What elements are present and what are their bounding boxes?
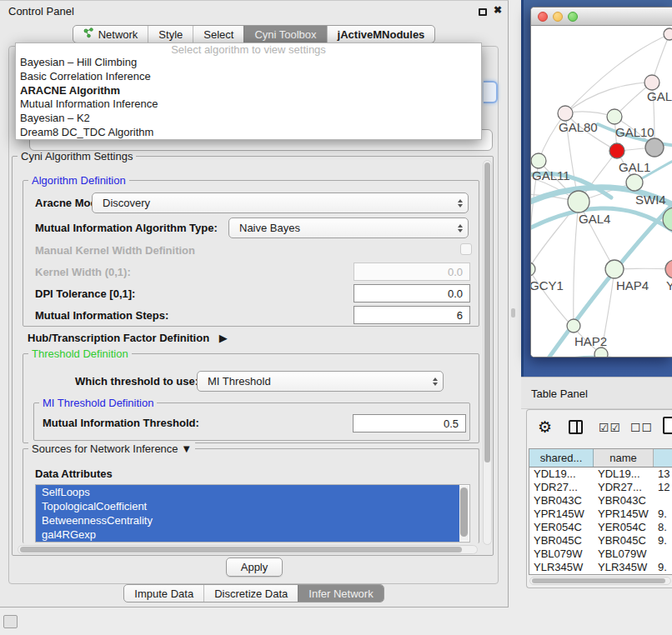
column-header-cut[interactable] bbox=[654, 449, 672, 467]
data-attributes-items: SelfLoopsTopologicalCoefficientBetweenne… bbox=[36, 485, 469, 542]
close-traffic-light[interactable] bbox=[538, 12, 548, 22]
mi-steps-field[interactable]: 6 bbox=[354, 306, 470, 324]
column-header-name[interactable]: name bbox=[594, 449, 654, 467]
which-threshold-select[interactable]: MI Threshold bbox=[197, 371, 444, 392]
network-node-label: GAL80 bbox=[559, 120, 598, 134]
table-cell: YER054C bbox=[594, 521, 654, 534]
zoom-traffic-light[interactable] bbox=[568, 12, 578, 22]
algorithm-popup-placeholder: Select algorithm to view settings bbox=[16, 43, 481, 56]
network-node[interactable] bbox=[605, 260, 624, 278]
table-horizontal-scrollbar[interactable] bbox=[529, 577, 671, 585]
data-attribute-item[interactable]: BetweennessCentrality bbox=[36, 513, 459, 528]
deselect-checks-icon[interactable]: ☐☐ bbox=[630, 421, 653, 434]
apply-button[interactable]: Apply bbox=[226, 558, 283, 577]
table-row[interactable]: YDL19...YDL19...13 bbox=[529, 468, 672, 481]
tab-jactivemnodules[interactable]: jActiveMNodules bbox=[327, 26, 435, 42]
split-columns-icon[interactable] bbox=[569, 420, 583, 434]
table-cell bbox=[654, 494, 672, 508]
table-cell: 9 bbox=[654, 574, 672, 575]
table-row[interactable]: YER054CYER054C8. bbox=[529, 521, 672, 534]
settings-vertical-scrollbar[interactable] bbox=[483, 160, 492, 545]
dpi-tolerance-field[interactable]: 0.0 bbox=[354, 284, 470, 302]
data-attribute-item[interactable]: TopologicalCoefficient bbox=[36, 499, 459, 513]
new-table-icon[interactable] bbox=[663, 417, 672, 434]
algorithm-option[interactable]: ARACNE Algorithm bbox=[16, 84, 481, 98]
network-node[interactable] bbox=[665, 260, 672, 278]
disclosure-down-icon[interactable]: ▼ bbox=[181, 442, 192, 455]
algorithm-definition-legend: Algorithm Definition bbox=[28, 174, 129, 187]
network-node[interactable] bbox=[607, 109, 622, 124]
algorithm-option[interactable]: Bayesian – Hill Climbing bbox=[16, 56, 481, 70]
data-attribute-item[interactable]: SelfLoops bbox=[36, 485, 459, 499]
network-view-window: GALGAL80GAL10GAL1GAL11SWI4GAL4GCY1HAP4YH… bbox=[530, 7, 672, 358]
cyni-settings-legend: Cyni Algorithm Settings bbox=[18, 150, 136, 162]
table-row[interactable]: YIL052CYIL052C9 bbox=[529, 574, 672, 575]
mi-threshold-group: MI Threshold Definition Mutual Informati… bbox=[33, 402, 470, 441]
table-cell: 12 bbox=[654, 481, 672, 494]
minimize-traffic-light[interactable] bbox=[553, 12, 563, 22]
network-node[interactable] bbox=[644, 75, 659, 90]
table-cell: 8. bbox=[654, 521, 672, 534]
mi-threshold-field[interactable]: 0.5 bbox=[353, 414, 466, 432]
tab-impute-data[interactable]: Impute Data bbox=[124, 585, 203, 602]
select-all-checks-icon[interactable]: ☑☑ bbox=[599, 421, 621, 434]
algorithm-option[interactable]: Bayesian – K2 bbox=[16, 112, 481, 126]
sources-group: Sources for Network Inference ▼ Data Att… bbox=[23, 448, 479, 543]
mi-type-select[interactable]: Naive Bayes bbox=[228, 218, 469, 238]
network-node[interactable] bbox=[594, 348, 608, 358]
algorithm-option[interactable]: Mutual Information Inference bbox=[16, 98, 481, 112]
network-node[interactable] bbox=[626, 174, 643, 191]
table-row[interactable]: YBL079WYBL079W bbox=[529, 548, 672, 561]
network-node[interactable] bbox=[558, 106, 573, 121]
table-panel-title: Table Panel bbox=[531, 388, 588, 400]
network-node-label: GAL4 bbox=[579, 212, 610, 226]
table-header-row: shared... name bbox=[529, 449, 672, 468]
close-icon[interactable]: ✖ bbox=[494, 4, 502, 16]
network-window-titlebar[interactable] bbox=[531, 8, 672, 26]
tab-style[interactable]: Style bbox=[148, 26, 193, 42]
table-row[interactable]: YDR27...YDR27...12 bbox=[529, 481, 672, 494]
hub-definition-disclosure[interactable]: Hub/Transcription Factor Definition ▶ bbox=[28, 332, 228, 344]
network-node[interactable] bbox=[567, 319, 580, 332]
table-cell: 13 bbox=[654, 468, 672, 481]
network-edge[interactable] bbox=[565, 82, 652, 113]
tab-infer-network[interactable]: Infer Network bbox=[298, 585, 383, 602]
mi-threshold-legend: MI Threshold Definition bbox=[39, 397, 157, 409]
network-node[interactable] bbox=[531, 153, 546, 168]
table-cell: 9. bbox=[654, 508, 672, 521]
float-window-icon[interactable] bbox=[479, 8, 487, 16]
settings-gear-icon[interactable]: ⚙ bbox=[538, 418, 552, 437]
aracne-mode-select[interactable]: Discovery bbox=[92, 192, 469, 213]
data-attribute-item[interactable]: gal4RGexp bbox=[36, 528, 459, 542]
network-node[interactable] bbox=[664, 28, 672, 40]
tab-cyni-toolbox[interactable]: Cyni Toolbox bbox=[243, 26, 326, 42]
network-canvas-svg: GALGAL80GAL10GAL1GAL11SWI4GAL4GCY1HAP4YH… bbox=[531, 26, 672, 358]
tab-network[interactable]: Network bbox=[73, 26, 148, 42]
attributes-list-scrollbar[interactable] bbox=[459, 486, 469, 541]
table-row[interactable]: YBR043CYBR043C bbox=[529, 494, 672, 508]
table-row[interactable]: YPR145WYPR145W9. bbox=[529, 508, 672, 521]
control-panel-window: Control Panel ✖ Network bbox=[0, 0, 509, 608]
tab-discretize-data[interactable]: Discretize Data bbox=[203, 585, 298, 602]
algorithm-option[interactable]: Dream8 DC_TDC Algorithm bbox=[16, 126, 481, 140]
tab-network-label: Network bbox=[98, 26, 138, 43]
collapsed-panel-grip[interactable] bbox=[3, 615, 18, 628]
algorithm-option[interactable]: Basic Correlation Inference bbox=[16, 70, 481, 84]
sources-legend: Sources for Network Inference ▼ bbox=[28, 442, 195, 455]
tab-select[interactable]: Select bbox=[193, 26, 243, 42]
settings-horizontal-scrollbar[interactable] bbox=[18, 545, 478, 554]
network-node[interactable] bbox=[609, 143, 624, 158]
table-row[interactable]: YLR345WYLR345W9. bbox=[529, 561, 672, 574]
table-cell: YPR145W bbox=[529, 508, 594, 521]
network-node[interactable] bbox=[531, 262, 535, 276]
column-header-shared-name[interactable]: shared... bbox=[529, 449, 594, 467]
table-cell: YIL052C bbox=[529, 574, 594, 575]
network-node[interactable] bbox=[645, 138, 664, 157]
network-node[interactable] bbox=[568, 191, 589, 212]
split-pane-divider[interactable] bbox=[511, 308, 515, 318]
network-canvas[interactable]: GALGAL80GAL10GAL1GAL11SWI4GAL4GCY1HAP4YH… bbox=[531, 26, 672, 358]
algorithm-definition-group: Algorithm Definition Aracne Mode: Discov… bbox=[23, 180, 479, 327]
table-cell: YDR27... bbox=[594, 481, 654, 494]
stepper-icon bbox=[458, 199, 463, 208]
table-row[interactable]: YBR045CYBR045C9. bbox=[529, 534, 672, 548]
